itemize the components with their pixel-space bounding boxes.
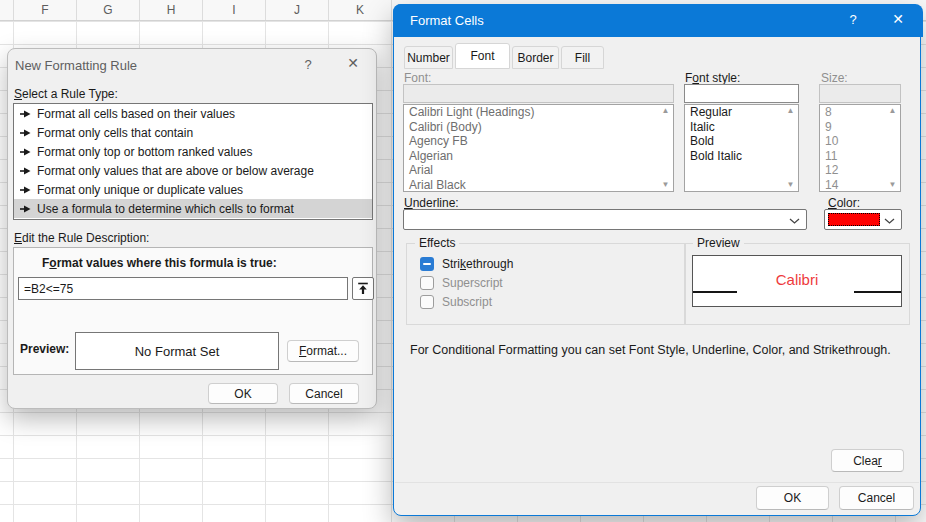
chevron-down-icon	[884, 218, 895, 224]
clear-button[interactable]: Clear	[831, 449, 904, 472]
tab-fill[interactable]: Fill	[561, 46, 604, 69]
font-style-label: Font style:	[685, 71, 740, 85]
rule-type-option[interactable]: Format only unique or duplicate values	[14, 180, 372, 199]
size-list-scrollbar[interactable]: ▲ ▼	[885, 105, 900, 191]
tab-number[interactable]: Number	[404, 46, 453, 69]
format-cells-dialog: Format Cells ? ✕ Number Font Border Fill…	[393, 4, 921, 516]
new-formatting-rule-dialog: New Formatting Rule ? ✕ Select a Rule Ty…	[7, 48, 377, 409]
scroll-down-icon[interactable]: ▼	[787, 181, 795, 189]
font-style-scrollbar[interactable]: ▲ ▼	[783, 105, 798, 191]
close-icon[interactable]: ✕	[887, 11, 909, 27]
size-label: Size:	[821, 71, 848, 85]
column-header-h[interactable]: H	[140, 0, 203, 20]
font-style-option[interactable]: Regular	[685, 105, 798, 120]
effects-group: Effects Strikethrough Superscript Subscr…	[406, 243, 686, 325]
font-name-input	[403, 84, 674, 103]
rule-type-option[interactable]: Format only top or bottom ranked values	[14, 142, 372, 161]
ok-button[interactable]: OK	[208, 383, 278, 404]
size-input	[819, 84, 901, 103]
font-list-scrollbar[interactable]: ▲ ▼	[658, 105, 673, 191]
column-header-g[interactable]: G	[77, 0, 140, 20]
collapse-dialog-icon	[357, 282, 369, 295]
tab-font[interactable]: Font	[455, 43, 510, 69]
scroll-up-icon[interactable]: ▲	[889, 107, 897, 115]
subscript-checkbox-row: Subscript	[420, 295, 492, 309]
rule-type-arrow-icon	[20, 110, 31, 118]
ok-button[interactable]: OK	[756, 486, 829, 510]
dialog-title: Format Cells	[410, 13, 484, 28]
subscript-label: Subscript	[442, 295, 492, 309]
superscript-label: Superscript	[442, 276, 503, 290]
checkbox-indeterminate-icon[interactable]	[420, 257, 434, 271]
rule-type-arrow-icon	[20, 167, 31, 175]
color-dropdown[interactable]	[824, 209, 902, 230]
cancel-button[interactable]: Cancel	[289, 383, 359, 404]
format-button[interactable]: Format...	[287, 340, 359, 362]
effects-group-label: Effects	[415, 236, 459, 250]
font-style-input[interactable]	[684, 84, 799, 103]
rule-type-arrow-icon	[20, 186, 31, 194]
font-option[interactable]: Arial Black	[404, 178, 673, 193]
help-icon[interactable]: ?	[301, 57, 315, 72]
rule-type-option[interactable]: Format only values that are above or bel…	[14, 161, 372, 180]
rule-type-arrow-icon	[20, 148, 31, 156]
font-style-option[interactable]: Bold Italic	[685, 149, 798, 164]
tab-border[interactable]: Border	[512, 46, 559, 69]
preview-group-label: Preview	[693, 236, 744, 250]
scroll-up-icon[interactable]: ▲	[662, 107, 670, 115]
column-header-i[interactable]: I	[203, 0, 266, 20]
column-header-spacer	[0, 0, 14, 20]
font-option[interactable]: Calibri Light (Headings)	[404, 105, 673, 120]
chevron-down-icon	[789, 218, 800, 224]
font-style-option[interactable]: Bold	[685, 134, 798, 149]
underline-label: Underline:	[404, 196, 459, 210]
help-icon[interactable]: ?	[845, 12, 861, 27]
column-header-j[interactable]: J	[266, 0, 329, 20]
font-name-list: Calibri Light (Headings) Calibri (Body) …	[403, 104, 674, 192]
cancel-button[interactable]: Cancel	[839, 486, 914, 510]
column-header-k[interactable]: K	[329, 0, 392, 20]
rule-type-option[interactable]: Format only cells that contain	[14, 123, 372, 142]
font-style-option[interactable]: Italic	[685, 120, 798, 135]
rule-description-box: Format values where this formula is true…	[13, 247, 373, 375]
underline-dropdown[interactable]	[403, 209, 807, 230]
close-icon[interactable]: ✕	[344, 55, 362, 71]
select-rule-type-label: Select a Rule Type:	[14, 87, 118, 101]
font-sample-text: Calibri	[693, 256, 901, 306]
rule-type-option[interactable]: Format all cells based on their values	[14, 104, 372, 123]
font-option[interactable]: Agency FB	[404, 134, 673, 149]
scroll-down-icon[interactable]: ▼	[889, 181, 897, 189]
strikethrough-label: Strikethrough	[442, 257, 513, 271]
footer-separator	[395, 482, 919, 483]
font-option[interactable]: Calibri (Body)	[404, 120, 673, 135]
rule-type-option-selected[interactable]: Use a formula to determine which cells t…	[14, 199, 372, 218]
format-preview-box: No Format Set	[75, 332, 279, 370]
font-style-list: Regular Italic Bold Bold Italic ▲ ▼	[684, 104, 799, 192]
rule-type-arrow-icon	[20, 129, 31, 137]
conditional-formatting-note: For Conditional Formatting you can set F…	[410, 343, 891, 357]
checkbox-unchecked-icon	[420, 276, 434, 290]
title-bar: Format Cells ? ✕	[393, 4, 923, 37]
rule-type-list: Format all cells based on their values F…	[13, 103, 373, 220]
collapse-dialog-button[interactable]	[352, 277, 374, 300]
rule-type-arrow-icon	[20, 205, 31, 213]
scroll-down-icon[interactable]: ▼	[662, 181, 670, 189]
font-preview-box: Calibri	[692, 255, 902, 307]
edit-rule-description-label: Edit the Rule Description:	[14, 231, 149, 245]
preview-label: Preview:	[20, 342, 69, 356]
scroll-up-icon[interactable]: ▲	[787, 107, 795, 115]
column-header-f[interactable]: F	[14, 0, 77, 20]
superscript-checkbox-row: Superscript	[420, 276, 503, 290]
color-swatch	[828, 213, 880, 226]
formula-condition-label: Format values where this formula is true…	[42, 256, 277, 270]
font-option[interactable]: Algerian	[404, 149, 673, 164]
excel-workspace: F G H I J K New Formatting Rule ? ✕ Sele…	[0, 0, 926, 522]
preview-group: Preview Calibri	[684, 243, 910, 325]
strikethrough-checkbox-row[interactable]: Strikethrough	[420, 257, 513, 271]
color-label: Color:	[828, 196, 860, 210]
formula-input[interactable]	[18, 277, 348, 300]
size-list: 8 9 10 11 12 14 ▲ ▼	[819, 104, 901, 192]
font-label: Font:	[404, 71, 431, 85]
checkbox-unchecked-icon	[420, 295, 434, 309]
font-option[interactable]: Arial	[404, 163, 673, 178]
